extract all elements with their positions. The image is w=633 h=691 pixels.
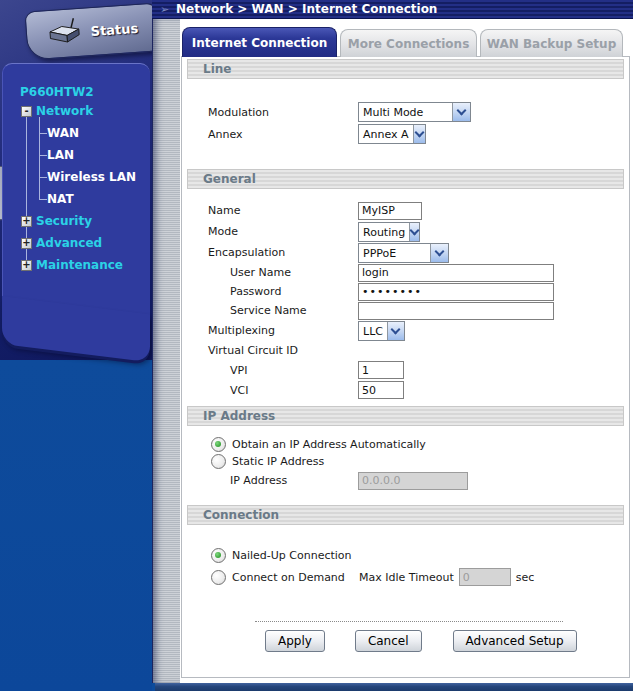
ip-address-label: IP Address: [187, 474, 358, 487]
tree-tick-nat: [39, 199, 47, 200]
vci-label: VCI: [187, 384, 358, 397]
multiplexing-selected-value: LLC: [359, 322, 387, 340]
advanced-expand-box[interactable]: +: [21, 238, 32, 249]
nailed-up-label: Nailed-Up Connection: [232, 549, 352, 562]
multiplexing-label: Multiplexing: [187, 324, 358, 337]
apply-button[interactable]: Apply: [265, 630, 325, 652]
dropdown-arrow-icon[interactable]: [452, 103, 470, 121]
user-name-input[interactable]: [358, 264, 554, 282]
maintenance-expand-box[interactable]: +: [21, 260, 32, 271]
tab-more-connections[interactable]: More Connections: [340, 29, 477, 57]
dropdown-arrow-icon[interactable]: [430, 244, 448, 262]
virtual-circuit-id-label: Virtual Circuit ID: [187, 344, 358, 357]
advanced-setup-button[interactable]: Advanced Setup: [453, 630, 577, 652]
tab-internet-connection[interactable]: Internet Connection: [182, 27, 337, 57]
annex-label: Annex: [187, 128, 358, 141]
breadcrumb-bar: ➢ Network > WAN > Internet Connection: [152, 0, 633, 19]
sidebar-content-gutter: [152, 19, 180, 683]
encapsulation-label: Encapsulation: [187, 246, 358, 259]
max-idle-timeout-label: Max Idle Timeout: [359, 571, 454, 584]
sidebar-item-nat[interactable]: NAT: [47, 192, 74, 206]
ip-address-input: [358, 472, 468, 490]
nailed-up-radio[interactable]: [211, 548, 226, 563]
modulation-selected-value: Multi Mode: [359, 103, 427, 121]
annex-selected-value: Annex A: [359, 125, 413, 143]
button-separator: [255, 621, 563, 622]
encapsulation-selected-value: PPPoE: [359, 244, 400, 262]
static-ip-radio[interactable]: [211, 454, 226, 469]
breadcrumb-icon: ➢: [160, 3, 169, 16]
user-name-label: User Name: [187, 266, 358, 279]
security-expand-box[interactable]: +: [21, 216, 32, 227]
form-panel: Line Modulation Multi Mode Annex Annex A…: [181, 56, 630, 678]
service-name-label: Service Name: [187, 304, 358, 317]
network-collapse-box[interactable]: -: [21, 106, 32, 117]
sidebar-item-wan[interactable]: WAN: [47, 126, 79, 140]
dropdown-arrow-icon[interactable]: [387, 322, 404, 340]
sidebar-background-bottom: [0, 360, 152, 691]
tree-tick-wan: [39, 133, 47, 134]
mode-selected-value: Routing: [359, 223, 409, 241]
tree-tick-wlan: [39, 177, 47, 178]
tab-wan-backup-setup[interactable]: WAN Backup Setup: [480, 29, 623, 57]
sidebar-item-advanced[interactable]: Advanced: [36, 236, 102, 250]
tree-line-vertical-children: [39, 117, 40, 199]
sidebar-item-maintenance[interactable]: Maintenance: [36, 258, 123, 272]
tree-tick-lan: [39, 155, 47, 156]
section-header-line: Line: [187, 59, 624, 79]
annex-select[interactable]: Annex A: [358, 124, 426, 144]
connect-on-demand-radio[interactable]: [211, 570, 226, 585]
section-header-connection: Connection: [187, 505, 624, 525]
sidebar-item-network[interactable]: Network: [36, 104, 93, 118]
main-content: Internet Connection More Connections WAN…: [180, 19, 633, 683]
navigation-tree: P660HTW2 - Network WAN LAN Wireless LAN …: [0, 0, 152, 360]
dropdown-arrow-icon[interactable]: [413, 125, 425, 143]
tab-bar: Internet Connection More Connections WAN…: [182, 27, 623, 57]
device-name: P660HTW2: [20, 85, 94, 99]
password-input[interactable]: [358, 283, 554, 301]
modulation-label: Modulation: [187, 106, 358, 119]
sidebar-item-security[interactable]: Security: [36, 214, 92, 228]
sidebar-item-lan[interactable]: LAN: [47, 148, 74, 162]
button-row: Apply Cancel Advanced Setup: [187, 630, 624, 652]
static-ip-label: Static IP Address: [232, 455, 324, 468]
mode-select[interactable]: Routing: [358, 222, 420, 242]
mode-label: Mode: [187, 225, 358, 238]
section-header-ip-address: IP Address: [187, 406, 624, 426]
vci-input[interactable]: [358, 381, 404, 399]
max-idle-timeout-input: [459, 568, 511, 586]
name-label: Name: [187, 204, 358, 217]
obtain-ip-auto-label: Obtain an IP Address Automatically: [232, 438, 426, 451]
password-label: Password: [187, 285, 358, 298]
sidebar: Status P660HTW2 - Network WAN LAN Wirele…: [0, 0, 152, 691]
connect-on-demand-label: Connect on Demand: [232, 571, 345, 584]
sidebar-item-wireless-lan[interactable]: Wireless LAN: [47, 170, 136, 184]
max-idle-timeout-unit: sec: [516, 571, 535, 584]
service-name-input[interactable]: [358, 302, 554, 320]
breadcrumb: Network > WAN > Internet Connection: [176, 2, 437, 16]
multiplexing-select[interactable]: LLC: [358, 321, 405, 341]
vpi-input[interactable]: [358, 361, 404, 379]
section-header-general: General: [187, 169, 624, 189]
modulation-select[interactable]: Multi Mode: [358, 102, 471, 122]
obtain-ip-auto-radio[interactable]: [211, 437, 226, 452]
dropdown-arrow-icon[interactable]: [409, 223, 419, 241]
encapsulation-select[interactable]: PPPoE: [358, 243, 449, 263]
name-input[interactable]: [358, 202, 422, 220]
cancel-button[interactable]: Cancel: [355, 630, 422, 652]
vpi-label: VPI: [187, 364, 358, 377]
bottom-bar: [155, 683, 633, 691]
